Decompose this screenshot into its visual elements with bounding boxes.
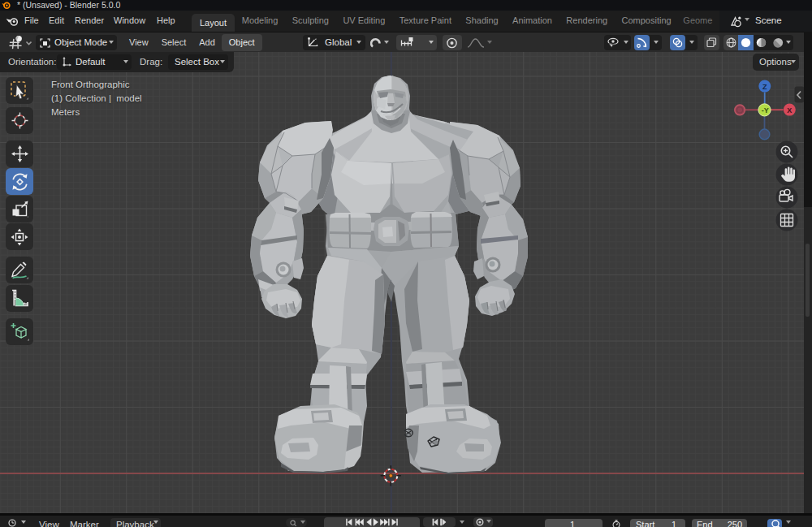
svg-text:Z: Z xyxy=(762,83,767,91)
svg-text:-Y: -Y xyxy=(762,106,769,114)
svg-text:X: X xyxy=(787,106,792,114)
